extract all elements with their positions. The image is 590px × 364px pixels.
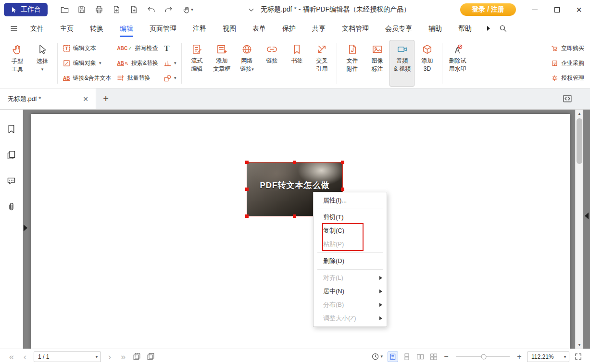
new-tab-button[interactable]: + xyxy=(96,88,115,109)
ribbon-item-batch-replace[interactable]: 批量替换 xyxy=(117,72,158,85)
menu-item-page-management[interactable]: 页面管理 xyxy=(141,19,185,38)
last-page-button[interactable]: » xyxy=(118,352,128,361)
shapes-tool-button[interactable]: ▾ xyxy=(164,72,176,85)
autoscroll-clock-icon[interactable]: ▾ xyxy=(370,351,384,362)
ribbon-button-add-3d[interactable]: 添加3D xyxy=(414,40,439,87)
ribbon-item-search-replace[interactable]: AB 搜索&替换 xyxy=(117,57,158,70)
ribbon-item-edit-object[interactable]: 编辑对象 ▾ xyxy=(63,57,111,70)
zoom-slider[interactable] xyxy=(456,356,510,357)
zoom-combo-caret-icon[interactable]: ▾ xyxy=(561,354,569,359)
menu-item-accessibility[interactable]: 辅助 xyxy=(420,19,450,38)
page-panel-toggle-icon[interactable] xyxy=(562,93,573,104)
menu-overflow-arrow-icon[interactable] xyxy=(487,26,490,31)
ribbon-button-link[interactable]: 链接 xyxy=(259,40,284,87)
hamburger-menu-icon[interactable] xyxy=(6,19,22,38)
redo-icon[interactable] xyxy=(161,3,176,16)
pdf-page[interactable]: PDF转文本怎么做 属性(I)... 剪切(T) 复制(C) 粘贴(P) xyxy=(31,114,570,349)
close-button[interactable]: × xyxy=(568,0,590,19)
selection-handle[interactable] xyxy=(341,161,344,164)
single-page-view-icon[interactable] xyxy=(388,351,398,362)
minimize-button[interactable] xyxy=(524,0,546,19)
next-page-button[interactable]: › xyxy=(105,352,114,361)
first-page-button[interactable]: « xyxy=(7,352,16,361)
pages-panel-icon[interactable] xyxy=(6,150,16,160)
maximize-button[interactable] xyxy=(546,0,568,19)
ribbon-button-image-annotation[interactable]: 图像标注 xyxy=(364,40,389,87)
ribbon-item-spell-check[interactable]: ABC✓ 拼写检查 xyxy=(117,42,158,55)
menu-item-protect[interactable]: 保护 xyxy=(274,19,304,38)
continuous-view-icon[interactable] xyxy=(402,352,412,362)
menu-item-document-management[interactable]: 文档管理 xyxy=(334,19,377,38)
ribbon-button-remove-trial-watermark[interactable]: 删除试用水印 xyxy=(445,40,470,87)
export-doc-icon[interactable] xyxy=(109,3,124,16)
selection-handle[interactable] xyxy=(293,214,296,218)
bookmarks-panel-icon[interactable] xyxy=(6,124,16,134)
selection-handle[interactable] xyxy=(245,161,249,164)
menu-item-comment[interactable]: 注释 xyxy=(185,19,214,38)
selection-handle[interactable] xyxy=(341,188,344,191)
zoom-slider-knob[interactable] xyxy=(481,354,487,359)
menu-item-share[interactable]: 共享 xyxy=(304,19,334,38)
workbench-button[interactable]: 工作台 xyxy=(4,3,48,16)
tab-close-icon[interactable]: ✕ xyxy=(80,94,91,104)
menu-item-view[interactable]: 视图 xyxy=(214,19,244,38)
context-menu-item-delete[interactable]: 删除(D) xyxy=(314,254,387,268)
clipboard-icon[interactable] xyxy=(146,351,156,362)
menu-item-convert[interactable]: 转换 xyxy=(82,19,112,38)
menu-item-member-exclusive[interactable]: 会员专享 xyxy=(377,19,420,38)
facing-view-icon[interactable] xyxy=(415,352,425,362)
selection-handle[interactable] xyxy=(245,188,249,191)
ribbon-button-cross-reference[interactable]: 交叉引用 xyxy=(309,40,334,87)
fullscreen-icon[interactable] xyxy=(573,351,583,362)
ribbon-button-file-attachment[interactable]: 文件附件 xyxy=(339,40,364,87)
scroll-down-icon[interactable]: ▼ xyxy=(576,341,583,349)
context-menu-item-copy[interactable]: 复制(C) xyxy=(314,224,387,238)
menu-item-file[interactable]: 文件 xyxy=(22,19,52,38)
page-number-combo[interactable]: ▾ xyxy=(34,351,101,362)
zoom-in-button[interactable]: + xyxy=(515,353,523,361)
context-menu-item-properties[interactable]: 属性(I)... xyxy=(314,194,387,207)
context-menu-item-center[interactable]: 居中(N) xyxy=(314,285,387,298)
text-tool-button[interactable]: T xyxy=(164,42,176,55)
selection-handle[interactable] xyxy=(293,161,296,164)
zoom-level-combo[interactable]: 112.21% ▾ xyxy=(527,351,569,362)
page-combo-caret-icon[interactable]: ▾ xyxy=(93,354,100,359)
license-management-button[interactable]: 授权管理 xyxy=(551,72,584,85)
ribbon-item-link-merge-text[interactable]: AB 链接&合并文本 xyxy=(63,72,111,85)
expand-panel-arrow-icon[interactable] xyxy=(24,225,27,231)
undo-icon[interactable] xyxy=(144,3,158,16)
open-file-icon[interactable] xyxy=(57,3,72,16)
menu-item-help[interactable]: 帮助 xyxy=(450,19,480,38)
scroll-up-icon[interactable]: ▲ xyxy=(576,110,583,117)
comments-panel-icon[interactable] xyxy=(6,176,16,186)
context-menu-item-cut[interactable]: 剪切(T) xyxy=(314,211,387,224)
print-icon[interactable] xyxy=(92,3,106,16)
ribbon-button-flow-edit[interactable]: 流式编辑 xyxy=(184,40,209,87)
chart-tool-button[interactable]: ▾ xyxy=(164,57,176,70)
menu-item-edit[interactable]: 编辑 xyxy=(112,19,141,38)
book-view-icon[interactable] xyxy=(429,352,439,362)
ribbon-button-bookmark[interactable]: 书签 xyxy=(284,40,309,87)
hand-tool-dropdown-icon[interactable]: ▾ xyxy=(178,3,198,16)
save-icon[interactable] xyxy=(75,3,89,16)
ribbon-button-add-article-box[interactable]: 添加文章框 xyxy=(209,40,234,87)
enterprise-purchase-button[interactable]: 企业采购 xyxy=(551,57,584,70)
zoom-out-button[interactable]: − xyxy=(442,353,450,361)
document-canvas[interactable]: PDF转文本怎么做 属性(I)... 剪切(T) 复制(C) 粘贴(P) xyxy=(23,110,575,349)
select-tool-button[interactable]: 选择 ▾ xyxy=(30,40,55,87)
scrollbar-track[interactable] xyxy=(576,117,583,341)
menu-item-form[interactable]: 表单 xyxy=(244,19,274,38)
new-doc-icon[interactable] xyxy=(126,3,141,16)
search-icon[interactable] xyxy=(495,20,511,37)
selection-handle[interactable] xyxy=(245,214,249,218)
attachments-panel-icon[interactable] xyxy=(6,202,16,212)
ribbon-button-audio-video[interactable]: 音频& 视频 xyxy=(389,40,414,87)
hand-tool-button[interactable]: 手型工具 xyxy=(5,40,30,87)
prev-page-button[interactable]: ‹ xyxy=(20,352,30,361)
buy-now-button[interactable]: 立即购买 xyxy=(551,42,584,55)
snapshot-icon[interactable] xyxy=(132,351,142,362)
collapse-panel-arrow-icon[interactable] xyxy=(585,213,589,219)
login-register-button[interactable]: 登录 / 注册 xyxy=(460,3,516,16)
ribbon-button-web-link[interactable]: 网络链接▾ xyxy=(234,40,259,87)
vertical-scrollbar[interactable]: ▲ ▼ xyxy=(575,110,583,349)
